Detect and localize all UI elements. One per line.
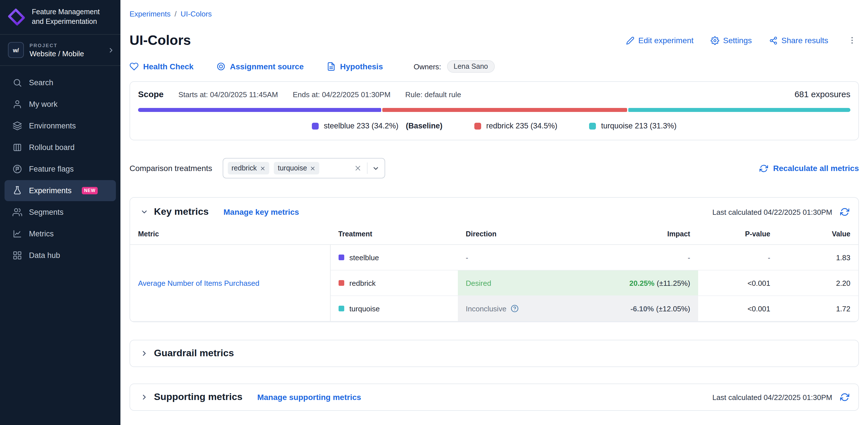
scope-starts-at: Starts at: 04/20/2025 11:45AM xyxy=(178,90,278,99)
breadcrumb-experiments[interactable]: Experiments xyxy=(129,10,171,18)
metric-link[interactable]: Average Number of Items Purchased xyxy=(138,279,259,287)
grid-icon xyxy=(12,250,22,260)
divider xyxy=(367,162,367,174)
refresh-supporting-metrics-button[interactable] xyxy=(840,393,849,402)
breadcrumb-separator: / xyxy=(175,10,177,18)
supporting-metrics-card[interactable]: Supporting metrics Manage supporting met… xyxy=(129,384,859,411)
scope-ends-at: Ends at: 04/22/2025 01:30PM xyxy=(293,90,391,99)
legend-item-redbrick: redbrick 235 (34.5%) xyxy=(474,122,558,130)
share-results-button[interactable]: Share results xyxy=(769,36,828,45)
project-name: Website / Mobile xyxy=(30,49,102,58)
bar-segment-redbrick xyxy=(382,108,627,112)
exposures-count: 681 exposures xyxy=(795,89,850,99)
page-title: UI-Colors xyxy=(129,32,191,48)
guardrail-metrics-card[interactable]: Guardrail metrics xyxy=(129,340,859,367)
legend-swatch xyxy=(589,122,596,129)
more-options-button[interactable] xyxy=(845,35,859,46)
sidebar-item-rollout-board[interactable]: Rollout board xyxy=(4,137,116,158)
supporting-metrics-title: Supporting metrics xyxy=(154,392,243,403)
refresh-key-metrics-button[interactable] xyxy=(840,207,849,216)
chip-redbrick[interactable]: redbrick xyxy=(227,162,269,175)
owners-label: Owners: xyxy=(413,62,441,71)
owners: Owners: Lena Sano xyxy=(413,60,495,73)
hypothesis-link[interactable]: Hypothesis xyxy=(327,62,383,71)
exposure-distribution-bar xyxy=(138,108,850,112)
sidebar-item-environments[interactable]: Environments xyxy=(4,115,116,136)
collapse-toggle-button[interactable] xyxy=(140,208,148,216)
comparison-treatments-select[interactable]: redbrick turquoise xyxy=(222,158,385,178)
help-icon[interactable] xyxy=(511,305,519,312)
sidebar-item-segments[interactable]: Segments xyxy=(4,202,116,223)
brand: Feature Management and Experimentation xyxy=(0,0,120,34)
project-selector[interactable]: w/ PROJECT Website / Mobile xyxy=(0,34,120,66)
col-treatment: Treatment xyxy=(330,225,458,245)
key-metrics-card: Key metrics Manage key metrics Last calc… xyxy=(129,197,859,322)
users-icon xyxy=(12,207,22,217)
treatment-cell-wrap: redbrick xyxy=(330,270,458,296)
chevron-right-icon xyxy=(107,46,115,54)
expand-toggle-button[interactable] xyxy=(140,350,148,357)
user-icon xyxy=(12,99,22,109)
value-cell: 2.20 xyxy=(778,270,858,296)
direction-cell: Inconclusive xyxy=(458,296,603,321)
close-icon xyxy=(354,165,361,172)
sidebar-item-label: Environments xyxy=(29,122,76,130)
header-actions: Edit experiment Settings Share results xyxy=(626,35,859,46)
sidebar-item-label: Rollout board xyxy=(29,143,75,152)
table-row-steelblue: Average Number of Items Purchased steelb… xyxy=(130,245,858,270)
bar-segment-turquoise xyxy=(628,108,851,112)
close-icon[interactable] xyxy=(310,165,315,171)
key-metrics-title: Key metrics xyxy=(154,206,209,218)
chevron-down-icon xyxy=(140,208,148,216)
close-icon[interactable] xyxy=(260,165,265,171)
value-cell: 1.83 xyxy=(778,245,858,270)
chart-icon xyxy=(12,229,22,239)
p-value-cell: <0.001 xyxy=(698,270,778,296)
col-metric: Metric xyxy=(130,225,330,245)
treatment-swatch xyxy=(339,254,344,260)
legend-item-turquoise: turquoise 213 (31.3%) xyxy=(589,122,677,130)
sidebar-item-label: Experiments xyxy=(29,186,71,195)
baseline-tag: (Baseline) xyxy=(406,122,442,130)
recalculate-all-metrics-button[interactable]: Recalculate all metrics xyxy=(760,164,859,173)
heart-icon xyxy=(129,62,138,71)
health-check-link[interactable]: Health Check xyxy=(129,62,193,71)
sidebar-item-feature-flags[interactable]: Feature flags xyxy=(4,158,116,180)
table-header-row: Metric Treatment Direction Impact P-valu… xyxy=(130,225,858,245)
manage-key-metrics-link[interactable]: Manage key metrics xyxy=(223,207,299,216)
comparison-row: Comparison treatments redbrick turquoise xyxy=(129,158,859,178)
layers-icon xyxy=(12,121,22,131)
sidebar-item-label: Metrics xyxy=(29,230,54,238)
settings-button[interactable]: Settings xyxy=(711,36,752,45)
expand-toggle-button[interactable] xyxy=(140,393,148,401)
edit-experiment-button[interactable]: Edit experiment xyxy=(626,36,693,45)
kebab-icon xyxy=(847,36,857,45)
sidebar-item-label: Segments xyxy=(29,208,64,216)
chevron-right-icon xyxy=(140,350,148,357)
sidebar-item-label: Data hub xyxy=(29,251,60,260)
sidebar-item-data-hub[interactable]: Data hub xyxy=(4,245,116,266)
chip-turquoise[interactable]: turquoise xyxy=(274,162,319,175)
breadcrumb: Experiments / UI-Colors xyxy=(129,0,859,18)
sidebar-item-metrics[interactable]: Metrics xyxy=(4,223,116,244)
scope-rule: Rule: default rule xyxy=(405,90,461,99)
experiment-links-row: Health Check Assignment source Hypothesi… xyxy=(129,60,859,73)
comparison-treatments-label: Comparison treatments xyxy=(129,164,212,173)
key-metrics-table: Metric Treatment Direction Impact P-valu… xyxy=(130,225,858,322)
value-cell: 1.72 xyxy=(778,296,858,321)
sidebar-item-my-work[interactable]: My work xyxy=(4,94,116,115)
document-icon xyxy=(327,62,336,71)
clear-selection-button[interactable] xyxy=(353,164,362,173)
chevron-right-icon xyxy=(140,393,148,401)
manage-supporting-metrics-link[interactable]: Manage supporting metrics xyxy=(257,393,361,402)
last-calculated-text: Last calculated 04/22/2025 01:30PM xyxy=(712,393,832,401)
breadcrumb-current[interactable]: UI-Colors xyxy=(181,10,212,18)
guardrail-metrics-title: Guardrail metrics xyxy=(154,348,234,359)
assignment-source-link[interactable]: Assignment source xyxy=(216,62,304,71)
select-dropdown-button[interactable] xyxy=(372,164,379,172)
treatment-swatch xyxy=(339,280,344,286)
sidebar-item-search[interactable]: Search xyxy=(4,72,116,93)
refresh-icon xyxy=(840,207,849,216)
share-icon xyxy=(769,36,777,44)
sidebar-item-experiments[interactable]: Experiments NEW xyxy=(4,180,116,201)
